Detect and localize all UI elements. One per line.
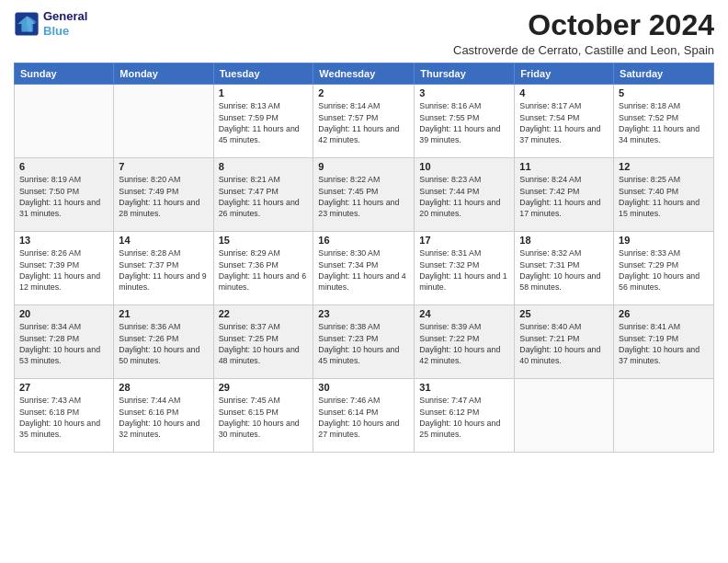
day-info: Sunrise: 8:30 AM Sunset: 7:34 PM Dayligh… — [318, 247, 409, 293]
table-row: 19Sunrise: 8:33 AM Sunset: 7:29 PM Dayli… — [614, 232, 714, 305]
table-row — [15, 85, 114, 158]
day-info: Sunrise: 8:20 AM Sunset: 7:49 PM Dayligh… — [119, 174, 208, 219]
table-row: 18Sunrise: 8:32 AM Sunset: 7:31 PM Dayli… — [515, 232, 614, 305]
table-row: 21Sunrise: 8:36 AM Sunset: 7:26 PM Dayli… — [114, 305, 213, 379]
day-info: Sunrise: 8:26 AM Sunset: 7:39 PM Dayligh… — [19, 247, 108, 293]
day-number: 13 — [19, 235, 108, 246]
day-info: Sunrise: 8:24 AM Sunset: 7:42 PM Dayligh… — [519, 174, 609, 219]
day-number: 5 — [619, 87, 709, 98]
day-info: Sunrise: 7:47 AM Sunset: 6:12 PM Dayligh… — [419, 395, 509, 440]
day-number: 22 — [219, 308, 309, 319]
col-monday: Monday — [114, 63, 213, 85]
col-sunday: Sunday — [15, 63, 114, 85]
day-number: 7 — [119, 161, 208, 172]
table-row: 8Sunrise: 8:21 AM Sunset: 7:47 PM Daylig… — [213, 158, 313, 232]
day-info: Sunrise: 8:32 AM Sunset: 7:31 PM Dayligh… — [519, 247, 609, 293]
table-row: 5Sunrise: 8:18 AM Sunset: 7:52 PM Daylig… — [614, 85, 714, 158]
day-info: Sunrise: 8:29 AM Sunset: 7:36 PM Dayligh… — [219, 247, 309, 293]
day-info: Sunrise: 7:45 AM Sunset: 6:15 PM Dayligh… — [219, 395, 309, 440]
day-number: 30 — [318, 382, 409, 393]
header: General Blue October 2024 Castroverde de… — [14, 9, 714, 57]
col-saturday: Saturday — [614, 63, 714, 85]
table-row: 17Sunrise: 8:31 AM Sunset: 7:32 PM Dayli… — [415, 232, 515, 305]
day-number: 26 — [619, 308, 709, 319]
day-info: Sunrise: 8:28 AM Sunset: 7:37 PM Dayligh… — [119, 247, 208, 293]
table-row: 11Sunrise: 8:24 AM Sunset: 7:42 PM Dayli… — [515, 158, 614, 232]
day-info: Sunrise: 8:17 AM Sunset: 7:54 PM Dayligh… — [519, 100, 609, 145]
table-row: 24Sunrise: 8:39 AM Sunset: 7:22 PM Dayli… — [415, 305, 515, 379]
calendar-header-row: Sunday Monday Tuesday Wednesday Thursday… — [15, 63, 714, 85]
col-tuesday: Tuesday — [213, 63, 313, 85]
day-info: Sunrise: 8:31 AM Sunset: 7:32 PM Dayligh… — [419, 247, 509, 293]
calendar-week-row: 1Sunrise: 8:13 AM Sunset: 7:59 PM Daylig… — [15, 85, 714, 158]
table-row: 4Sunrise: 8:17 AM Sunset: 7:54 PM Daylig… — [515, 85, 614, 158]
table-row: 13Sunrise: 8:26 AM Sunset: 7:39 PM Dayli… — [15, 232, 114, 305]
day-number: 1 — [219, 87, 309, 98]
calendar-week-row: 27Sunrise: 7:43 AM Sunset: 6:18 PM Dayli… — [15, 379, 714, 453]
day-number: 20 — [19, 308, 108, 319]
day-info: Sunrise: 8:14 AM Sunset: 7:57 PM Dayligh… — [318, 100, 409, 145]
logo: General Blue — [14, 9, 87, 38]
day-number: 25 — [519, 308, 609, 319]
day-number: 16 — [318, 235, 409, 246]
logo-line2: Blue — [43, 24, 87, 39]
table-row: 28Sunrise: 7:44 AM Sunset: 6:16 PM Dayli… — [114, 379, 213, 453]
day-number: 4 — [519, 87, 609, 98]
table-row: 12Sunrise: 8:25 AM Sunset: 7:40 PM Dayli… — [614, 158, 714, 232]
table-row: 6Sunrise: 8:19 AM Sunset: 7:50 PM Daylig… — [15, 158, 114, 232]
table-row: 29Sunrise: 7:45 AM Sunset: 6:15 PM Dayli… — [213, 379, 313, 453]
day-number: 15 — [219, 235, 309, 246]
table-row: 20Sunrise: 8:34 AM Sunset: 7:28 PM Dayli… — [15, 305, 114, 379]
table-row: 31Sunrise: 7:47 AM Sunset: 6:12 PM Dayli… — [415, 379, 515, 453]
table-row: 14Sunrise: 8:28 AM Sunset: 7:37 PM Dayli… — [114, 232, 213, 305]
day-number: 10 — [419, 161, 509, 172]
day-info: Sunrise: 8:37 AM Sunset: 7:25 PM Dayligh… — [219, 321, 309, 366]
table-row: 2Sunrise: 8:14 AM Sunset: 7:57 PM Daylig… — [313, 85, 415, 158]
calendar-week-row: 20Sunrise: 8:34 AM Sunset: 7:28 PM Dayli… — [15, 305, 714, 379]
day-number: 3 — [419, 87, 509, 98]
day-number: 27 — [19, 382, 108, 393]
day-number: 12 — [619, 161, 709, 172]
day-info: Sunrise: 8:36 AM Sunset: 7:26 PM Dayligh… — [119, 321, 208, 366]
day-number: 11 — [519, 161, 609, 172]
day-number: 31 — [419, 382, 509, 393]
table-row: 26Sunrise: 8:41 AM Sunset: 7:19 PM Dayli… — [614, 305, 714, 379]
col-thursday: Thursday — [415, 63, 515, 85]
table-row: 10Sunrise: 8:23 AM Sunset: 7:44 PM Dayli… — [415, 158, 515, 232]
table-row — [114, 85, 213, 158]
subtitle: Castroverde de Cerrato, Castille and Leo… — [453, 43, 714, 57]
table-row — [515, 379, 614, 453]
day-info: Sunrise: 7:43 AM Sunset: 6:18 PM Dayligh… — [19, 395, 108, 440]
calendar-week-row: 6Sunrise: 8:19 AM Sunset: 7:50 PM Daylig… — [15, 158, 714, 232]
main-title: October 2024 — [453, 9, 714, 41]
logo-line1: General — [43, 9, 87, 24]
day-number: 14 — [119, 235, 208, 246]
day-number: 29 — [219, 382, 309, 393]
day-number: 2 — [318, 87, 409, 98]
day-info: Sunrise: 8:33 AM Sunset: 7:29 PM Dayligh… — [619, 247, 709, 293]
day-info: Sunrise: 8:40 AM Sunset: 7:21 PM Dayligh… — [519, 321, 609, 366]
day-info: Sunrise: 8:25 AM Sunset: 7:40 PM Dayligh… — [619, 174, 709, 219]
table-row: 3Sunrise: 8:16 AM Sunset: 7:55 PM Daylig… — [415, 85, 515, 158]
day-number: 17 — [419, 235, 509, 246]
day-info: Sunrise: 7:44 AM Sunset: 6:16 PM Dayligh… — [119, 395, 208, 440]
col-friday: Friday — [515, 63, 614, 85]
calendar: Sunday Monday Tuesday Wednesday Thursday… — [14, 63, 714, 453]
col-wednesday: Wednesday — [313, 63, 415, 85]
day-info: Sunrise: 8:16 AM Sunset: 7:55 PM Dayligh… — [419, 100, 509, 145]
table-row: 7Sunrise: 8:20 AM Sunset: 7:49 PM Daylig… — [114, 158, 213, 232]
day-info: Sunrise: 8:39 AM Sunset: 7:22 PM Dayligh… — [419, 321, 509, 366]
day-number: 8 — [219, 161, 309, 172]
day-number: 24 — [419, 308, 509, 319]
day-number: 28 — [119, 382, 208, 393]
table-row: 1Sunrise: 8:13 AM Sunset: 7:59 PM Daylig… — [213, 85, 313, 158]
day-info: Sunrise: 8:41 AM Sunset: 7:19 PM Dayligh… — [619, 321, 709, 366]
day-number: 23 — [318, 308, 409, 319]
table-row: 16Sunrise: 8:30 AM Sunset: 7:34 PM Dayli… — [313, 232, 415, 305]
day-info: Sunrise: 8:38 AM Sunset: 7:23 PM Dayligh… — [318, 321, 409, 366]
table-row: 27Sunrise: 7:43 AM Sunset: 6:18 PM Dayli… — [15, 379, 114, 453]
table-row: 30Sunrise: 7:46 AM Sunset: 6:14 PM Dayli… — [313, 379, 415, 453]
day-number: 21 — [119, 308, 208, 319]
day-number: 19 — [619, 235, 709, 246]
day-number: 9 — [318, 161, 409, 172]
